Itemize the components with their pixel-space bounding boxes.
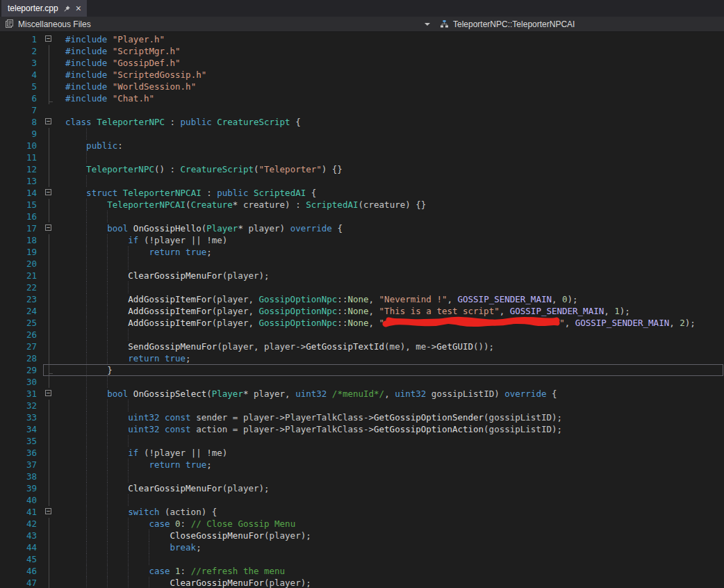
code-text[interactable]	[56, 175, 724, 187]
fold-toggle[interactable]: −	[43, 506, 56, 518]
fold-toggle[interactable]: −	[43, 222, 56, 234]
code-text[interactable]: #include "GossipDef.h"	[56, 57, 724, 69]
code-text[interactable]: #include "Chat.h"	[56, 92, 724, 104]
code-line: 22	[0, 281, 724, 293]
code-text[interactable]: #include "Player.h"	[56, 33, 724, 45]
fold-margin	[43, 400, 56, 411]
code-line: 5#include "WorldSession.h"	[0, 81, 724, 92]
code-text[interactable]: #include "WorldSession.h"	[56, 81, 724, 92]
code-editor[interactable]: 1−#include "Player.h"2#include "ScriptMg…	[0, 32, 724, 588]
code-text[interactable]: ClearGossipMenuFor(player);	[56, 270, 724, 281]
indent-guide	[86, 341, 87, 352]
indent-guide	[86, 565, 87, 577]
code-text[interactable]	[56, 494, 724, 506]
line-number: 33	[0, 411, 43, 423]
code-text[interactable]: public:	[56, 140, 724, 152]
fold-margin	[43, 435, 56, 447]
collapse-minus-icon[interactable]: −	[45, 224, 51, 231]
indent-guide	[107, 565, 108, 577]
code-text[interactable]: return true;	[56, 352, 724, 364]
fold-toggle[interactable]: −	[43, 116, 56, 128]
code-text[interactable]	[56, 400, 724, 411]
pin-icon[interactable]	[63, 5, 71, 13]
project-scope-dropdown[interactable]: Miscellaneous Files	[0, 17, 435, 31]
fold-margin	[43, 140, 56, 152]
fold-toggle[interactable]: −	[43, 388, 56, 400]
code-text[interactable]: TeleporterNPCAI(Creature* creature) : Sc…	[56, 199, 724, 211]
code-text[interactable]: CloseGossipMenuFor(player);	[56, 530, 724, 541]
code-text[interactable]	[56, 435, 724, 447]
fold-margin	[43, 565, 56, 577]
fold-margin	[43, 234, 56, 246]
indent-guide	[107, 459, 108, 471]
code-text[interactable]: }	[56, 364, 724, 376]
code-text[interactable]: TeleporterNPC() : CreatureScript("Telepo…	[56, 163, 724, 175]
code-text[interactable]: case 0: // Close Gossip Menu	[56, 518, 724, 530]
indent-guide	[107, 435, 108, 447]
indent-guide	[128, 281, 129, 293]
collapse-minus-icon[interactable]: −	[45, 118, 51, 124]
code-text[interactable]: ClearGossipMenuFor(player);	[56, 577, 724, 588]
code-text[interactable]: switch (action) {	[56, 506, 724, 518]
code-text[interactable]: struct TeleporterNPCAI : public Scripted…	[56, 187, 724, 199]
code-text[interactable]: AddGossipItemFor(player, GossipOptionNpc…	[56, 317, 724, 329]
fold-toggle[interactable]: −	[43, 187, 56, 199]
close-icon[interactable]: ×	[76, 3, 81, 13]
code-text[interactable]: case 1: //refresh the menu	[56, 565, 724, 577]
fold-margin	[43, 92, 56, 104]
code-text[interactable]: bool OnGossipSelect(Player* player, uint…	[56, 388, 724, 400]
code-text[interactable]: SendGossipMenuFor(player, player->GetGos…	[56, 341, 724, 352]
code-line: 17− bool OnGossipHello(Player* player) o…	[0, 222, 724, 234]
code-line: 12 TeleporterNPC() : CreatureScript("Tel…	[0, 163, 724, 175]
code-line: 26	[0, 329, 724, 341]
code-text[interactable]: break;	[56, 541, 724, 553]
fold-margin	[43, 364, 56, 376]
code-line: 13	[0, 175, 724, 187]
member-dropdown[interactable]: TeleporterNPC::TeleporterNPCAI	[435, 17, 724, 31]
code-text[interactable]: if (!player || !me)	[56, 234, 724, 246]
indent-guide	[149, 553, 149, 565]
line-number: 37	[0, 459, 43, 471]
collapse-minus-icon[interactable]: −	[45, 35, 51, 42]
indent-guide	[86, 494, 87, 506]
collapse-minus-icon[interactable]: −	[45, 390, 51, 396]
fold-margin	[43, 211, 56, 222]
code-text[interactable]	[56, 152, 724, 163]
fold-margin	[43, 199, 56, 211]
code-text[interactable]	[56, 329, 724, 341]
collapse-minus-icon[interactable]: −	[45, 189, 51, 195]
code-text[interactable]	[56, 553, 724, 565]
code-text[interactable]: class TeleporterNPC : public CreatureScr…	[56, 116, 724, 128]
code-text[interactable]	[56, 258, 724, 270]
indent-guide	[86, 317, 87, 329]
fold-toggle[interactable]: −	[43, 33, 56, 45]
code-text[interactable]: if (!player || !me)	[56, 447, 724, 459]
line-number: 41	[0, 506, 43, 518]
line-number: 38	[0, 471, 43, 482]
code-line: 8−class TeleporterNPC : public CreatureS…	[0, 116, 724, 128]
code-text[interactable]: #include "ScriptMgr.h"	[56, 45, 724, 57]
indent-guide	[86, 459, 87, 471]
code-text[interactable]	[56, 376, 724, 388]
code-text[interactable]: AddGossipItemFor(player, GossipOptionNpc…	[56, 293, 724, 305]
code-line: 36 if (!player || !me)	[0, 447, 724, 459]
code-text[interactable]: #include "ScriptedGossip.h"	[56, 69, 724, 81]
fold-margin	[43, 270, 56, 281]
code-text[interactable]	[56, 471, 724, 482]
indent-guide	[128, 435, 129, 447]
code-text[interactable]	[56, 128, 724, 140]
code-text[interactable]: return true;	[56, 246, 724, 258]
code-text[interactable]	[56, 104, 724, 116]
code-line: 15 TeleporterNPCAI(Creature* creature) :…	[0, 199, 724, 211]
code-text[interactable]	[56, 211, 724, 222]
code-text[interactable]: uint32 const sender = player->PlayerTalk…	[56, 411, 724, 423]
code-text[interactable]: bool OnGossipHello(Player* player) overr…	[56, 222, 724, 234]
indent-guide	[107, 341, 108, 352]
tab-teleporter-cpp[interactable]: teleporter.cpp ×	[1, 0, 87, 17]
code-text[interactable]	[56, 281, 724, 293]
code-text[interactable]: ClearGossipMenuFor(player);	[56, 482, 724, 494]
indent-guide	[128, 518, 129, 530]
code-text[interactable]: return true;	[56, 459, 724, 471]
code-text[interactable]: uint32 const action = player->PlayerTalk…	[56, 423, 724, 435]
collapse-minus-icon[interactable]: −	[45, 508, 51, 514]
